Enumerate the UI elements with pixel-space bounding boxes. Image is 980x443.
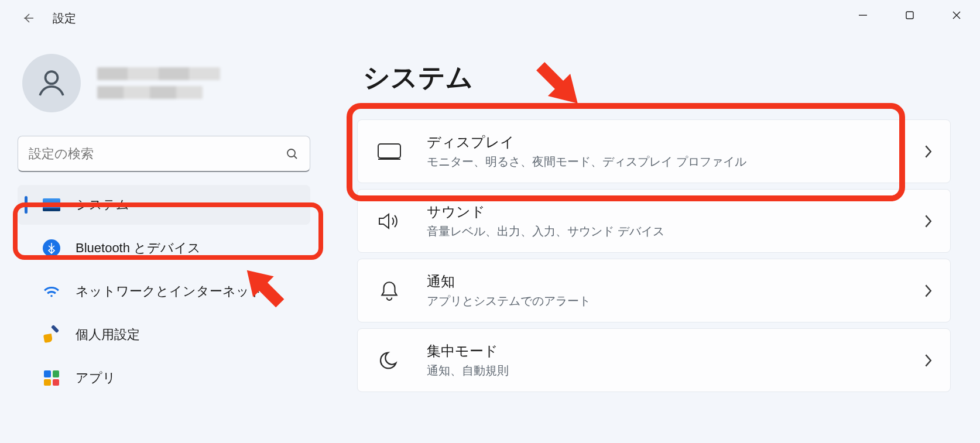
profile-email-redacted: [97, 86, 203, 99]
window-title: 設定: [53, 11, 76, 26]
profile-text: [97, 67, 220, 99]
wifi-icon: [43, 283, 60, 300]
card-title: サウンド: [427, 202, 900, 221]
sound-icon: [375, 207, 403, 235]
search-icon: [285, 147, 299, 161]
chevron-right-icon: [923, 284, 933, 298]
sidebar-item-label: システム: [76, 196, 129, 214]
system-icon: [43, 196, 60, 214]
profile-name-redacted: [97, 67, 220, 80]
svg-rect-3: [378, 144, 400, 158]
window-controls: [839, 0, 980, 30]
chevron-right-icon: [923, 214, 933, 228]
bluetooth-icon: [43, 239, 60, 257]
sidebar-item-network[interactable]: ネットワークとインターネット: [18, 272, 310, 311]
sidebar-item-label: Bluetooth とデバイス: [76, 239, 201, 257]
sidebar-item-personalization[interactable]: 個人用設定: [18, 315, 310, 355]
avatar: [22, 54, 81, 112]
card-title: 通知: [427, 272, 900, 291]
sidebar-item-bluetooth[interactable]: Bluetooth とデバイス: [18, 228, 310, 268]
sidebar-item-label: ネットワークとインターネット: [76, 283, 263, 300]
moon-icon: [375, 346, 403, 375]
profile-block[interactable]: [18, 54, 310, 112]
back-button[interactable]: [18, 8, 39, 29]
card-subtitle: アプリとシステムでのアラート: [427, 293, 900, 309]
apps-icon: [43, 369, 60, 387]
search-box[interactable]: [18, 136, 310, 172]
chevron-right-icon: [923, 145, 933, 159]
sidebar-item-label: アプリ: [76, 369, 116, 387]
card-display[interactable]: ディスプレイ モニター、明るさ、夜間モード、ディスプレイ プロファイル: [357, 119, 951, 183]
sidebar: システム Bluetooth とデバイス: [0, 36, 328, 401]
page-title: システム: [363, 60, 951, 96]
svg-point-1: [46, 71, 58, 84]
brush-icon: [43, 326, 60, 344]
main-content: システム ディスプレイ モニター、明るさ、夜間モード、ディスプレイ プロファイル: [328, 36, 980, 401]
sidebar-item-label: 個人用設定: [76, 326, 140, 344]
sidebar-nav: システム Bluetooth とデバイス: [18, 185, 310, 398]
sidebar-item-apps[interactable]: アプリ: [18, 358, 310, 398]
card-sound[interactable]: サウンド 音量レベル、出力、入力、サウンド デバイス: [357, 189, 951, 253]
card-focus[interactable]: 集中モード 通知、自動規則: [357, 328, 951, 392]
selection-indicator: [25, 196, 28, 214]
card-notifications[interactable]: 通知 アプリとシステムでのアラート: [357, 259, 951, 322]
chevron-right-icon: [923, 353, 933, 368]
minimize-button[interactable]: [839, 0, 886, 30]
titlebar: 設定: [0, 0, 980, 36]
card-title: 集中モード: [427, 342, 900, 360]
card-subtitle: 通知、自動規則: [427, 363, 900, 379]
card-subtitle: モニター、明るさ、夜間モード、ディスプレイ プロファイル: [427, 154, 900, 170]
sidebar-item-system[interactable]: システム: [18, 185, 310, 225]
display-icon: [375, 138, 403, 166]
svg-point-2: [287, 149, 295, 157]
maximize-button[interactable]: [886, 0, 933, 30]
search-input[interactable]: [29, 146, 285, 162]
card-title: ディスプレイ: [427, 133, 900, 152]
bell-icon: [375, 277, 403, 305]
close-button[interactable]: [933, 0, 980, 30]
card-subtitle: 音量レベル、出力、入力、サウンド デバイス: [427, 224, 900, 239]
svg-rect-0: [906, 12, 913, 19]
